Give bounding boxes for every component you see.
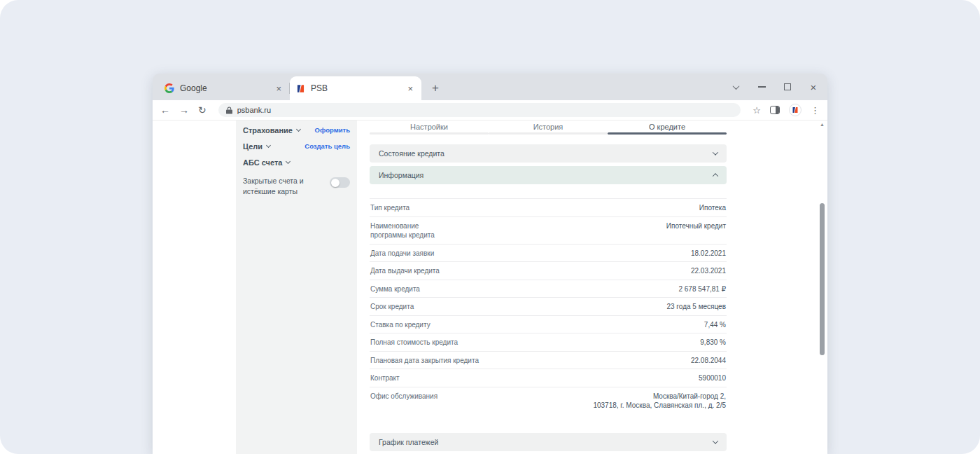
sidebar-item-label: Цели (243, 142, 270, 151)
accordion-title: График платежей (379, 438, 438, 446)
chevron-down-icon (296, 127, 301, 132)
sidebar-item-goals[interactable]: Цели Создать цель (243, 138, 350, 154)
new-tab-button[interactable]: + (426, 78, 445, 98)
info-row: Наименование программы кредитаИпотечный … (370, 216, 727, 244)
browser-toolbar: ← → ↻ psbank.ru ☆ ⋮ (153, 100, 827, 121)
info-row-label: Полная стоимость кредита (370, 338, 458, 348)
tab-history[interactable]: История (489, 121, 608, 135)
more-menu-icon[interactable]: ⋮ (811, 106, 820, 115)
maximize-button[interactable] (783, 83, 792, 91)
psb-extension-icon[interactable] (789, 104, 802, 116)
info-row-label: Дата подачи заявки (370, 249, 434, 259)
chevron-down-icon (713, 438, 718, 443)
info-row-label: Дата выдачи кредита (370, 266, 440, 276)
accordion-title: Информация (379, 171, 424, 179)
chevron-up-icon (713, 173, 718, 179)
info-row: Полная стоимость кредита9,830 % (370, 333, 727, 351)
browser-tab-google[interactable]: Google × (158, 76, 290, 100)
credit-details-panel: Настройки История О кредите Состояние кр… (370, 121, 727, 454)
tab-search-icon[interactable] (732, 83, 740, 91)
info-row-value: Москва/Китай-город 2, 103718, г. Москва,… (593, 392, 726, 411)
info-row: Тип кредитаИпотека (370, 198, 727, 216)
psb-favicon (296, 84, 305, 93)
info-row: Ставка по кредиту7,44 % (370, 315, 727, 333)
content-tabs: Настройки История О кредите (370, 121, 727, 135)
page-scrollbar[interactable]: ▲ (817, 121, 827, 454)
chevron-down-icon (266, 143, 271, 148)
chevron-down-icon (713, 149, 718, 155)
screen: Google × PSB × + × (0, 0, 980, 454)
info-row-value: 9,830 % (700, 338, 726, 348)
url-text: psbank.ru (237, 106, 271, 114)
tab-underline (370, 132, 489, 135)
closed-accounts-toggle[interactable] (330, 177, 350, 188)
close-window-button[interactable]: × (809, 83, 818, 91)
chevron-down-icon (286, 159, 290, 164)
info-row-label: Ставка по кредиту (370, 320, 430, 330)
minimize-button[interactable] (757, 83, 766, 91)
page-sidebar: Страхование Оформить Цели Создать цель А… (236, 121, 357, 454)
info-row-value: 22.08.2044 (691, 356, 726, 366)
google-favicon (164, 83, 174, 93)
address-bar[interactable]: psbank.ru (218, 103, 741, 117)
info-row-value: Ипотека (699, 203, 726, 213)
scroll-up-icon[interactable]: ▲ (820, 122, 825, 127)
toggle-label: Закрытые счета и истёкшие карты (243, 176, 324, 197)
browser-window: Google × PSB × + × (153, 74, 827, 454)
browser-tab-psb[interactable]: PSB × (290, 76, 421, 100)
accordion-title: Состояние кредита (379, 149, 444, 158)
scrollbar-thumb[interactable] (820, 203, 825, 355)
info-row-label: Тип кредита (370, 203, 410, 213)
info-row-label: Плановая дата закрытия кредита (370, 356, 479, 366)
info-row-value: 22.03.2021 (691, 266, 726, 276)
toggle-knob (331, 179, 340, 187)
info-row-label: Наименование программы кредита (370, 221, 435, 240)
info-row-label: Сумма кредита (370, 284, 420, 294)
info-row-value: 23 года 5 месяцев (666, 302, 726, 312)
info-row-value: Ипотечный кредит (666, 221, 726, 231)
insurance-apply-link[interactable]: Оформить (315, 126, 350, 134)
forward-icon[interactable]: → (179, 105, 189, 115)
sidebar-item-abs-accounts[interactable]: АБС счета (243, 154, 350, 170)
lock-icon (226, 106, 232, 114)
tab-about-credit[interactable]: О кредите (608, 121, 727, 135)
browser-tab-strip: Google × PSB × + × (153, 74, 827, 100)
browser-tab-title: Google (180, 83, 268, 93)
info-row-label: Контракт (370, 373, 400, 383)
sidebar-item-label: АБС счета (243, 158, 290, 167)
info-row-label: Срок кредита (370, 302, 414, 312)
info-row-value: 18.02.2021 (691, 249, 726, 259)
accordion-information[interactable]: Информация (370, 166, 727, 184)
accordion-payment-schedule[interactable]: График платежей (370, 433, 727, 451)
page-viewport: Страхование Оформить Цели Создать цель А… (153, 121, 827, 454)
tab-close-icon[interactable]: × (405, 83, 415, 94)
closed-accounts-toggle-block: Закрытые счета и истёкшие карты (243, 176, 350, 197)
info-row: Контракт5900010 (370, 369, 727, 387)
side-panel-icon[interactable] (770, 106, 780, 114)
reload-icon[interactable]: ↻ (198, 105, 206, 115)
tab-close-icon[interactable]: × (274, 83, 284, 94)
info-row-value: 5900010 (699, 373, 726, 383)
browser-tab-title: PSB (311, 83, 400, 93)
info-row-label: Офис обслуживания (370, 392, 438, 401)
info-row: Офис обслуживанияМосква/Китай-город 2, 1… (370, 387, 727, 414)
info-row: Срок кредита23 года 5 месяцев (370, 297, 727, 315)
create-goal-link[interactable]: Создать цель (304, 142, 350, 150)
sidebar-item-label: Страхование (243, 126, 300, 135)
info-row: Дата подачи заявки18.02.2021 (370, 244, 727, 262)
back-icon[interactable]: ← (160, 105, 170, 115)
info-row-value: 2 678 547,81 ₽ (678, 284, 726, 294)
info-row-value: 7,44 % (704, 320, 726, 330)
sidebar-item-insurance[interactable]: Страхование Оформить (243, 122, 350, 138)
info-row: Дата выдачи кредита22.03.2021 (370, 261, 727, 280)
tab-settings[interactable]: Настройки (370, 121, 489, 135)
info-row: Сумма кредита2 678 547,81 ₽ (370, 280, 727, 298)
accordion-credit-state[interactable]: Состояние кредита (370, 144, 727, 163)
tab-underline (489, 132, 608, 135)
tab-underline-active (608, 132, 727, 135)
window-controls: × (732, 74, 818, 100)
info-row: Плановая дата закрытия кредита22.08.2044 (370, 351, 727, 369)
info-table: Тип кредитаИпотекаНаименование программы… (370, 198, 727, 414)
bookmark-star-icon[interactable]: ☆ (752, 106, 761, 115)
